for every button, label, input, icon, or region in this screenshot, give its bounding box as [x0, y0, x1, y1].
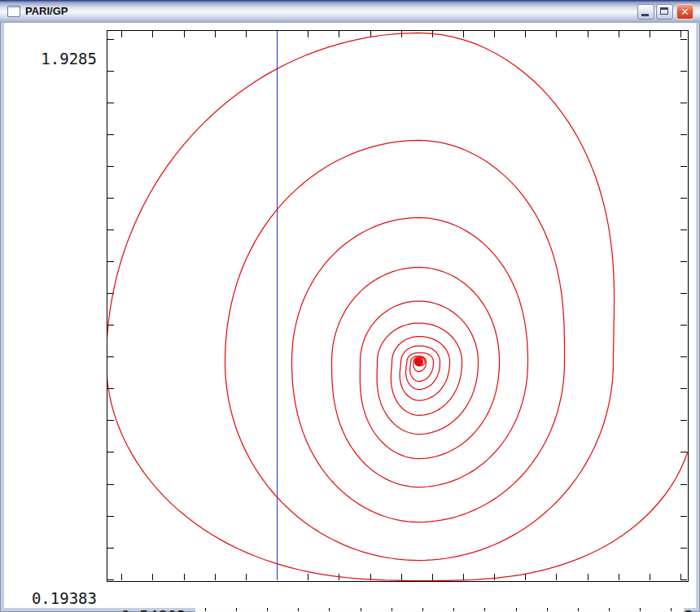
- parigp-window: PARI/GP ✕ 1.9285 0.19383 -0.54802 1.3233: [0, 0, 700, 612]
- minimize-icon: [641, 14, 649, 16]
- title-bar[interactable]: PARI/GP ✕: [0, 0, 700, 23]
- background-window-tick: [361, 608, 361, 611]
- background-window-tick: [578, 608, 579, 611]
- background-window-sliver: [195, 608, 684, 612]
- maximize-icon: [660, 7, 668, 15]
- close-icon: ✕: [677, 6, 693, 19]
- background-window-tick: [547, 608, 548, 611]
- background-window-tick: [392, 608, 392, 611]
- close-button[interactable]: ✕: [676, 4, 693, 20]
- background-window-tick: [484, 608, 485, 611]
- window-title: PARI/GP: [25, 5, 68, 17]
- plot-canvas: [4, 23, 696, 608]
- background-window-tick: [671, 608, 672, 611]
- background-window-tick: [298, 608, 299, 611]
- background-window-tick: [453, 608, 454, 611]
- background-window-tick: [236, 608, 237, 611]
- spiral-curve: [107, 33, 689, 581]
- background-window-tick: [205, 608, 206, 611]
- maximize-button[interactable]: [656, 4, 673, 20]
- minimize-button[interactable]: [637, 4, 654, 20]
- ymax-label: 1.9285: [4, 50, 97, 67]
- ymin-label: 0.19383: [4, 590, 97, 606]
- window-icon: [7, 6, 20, 17]
- background-window-tick: [516, 608, 517, 611]
- background-window-tick: [640, 608, 641, 611]
- background-window-tick: [609, 608, 610, 611]
- background-window-tick: [422, 608, 423, 611]
- plot-client-area: 1.9285 0.19383 -0.54802 1.3233: [4, 23, 696, 608]
- plot-frame: [107, 31, 689, 582]
- background-window-tick: [267, 608, 268, 611]
- background-window-tick: [329, 608, 330, 611]
- spiral-center-dot: [414, 357, 423, 366]
- xmin-label: -0.54802: [112, 608, 186, 612]
